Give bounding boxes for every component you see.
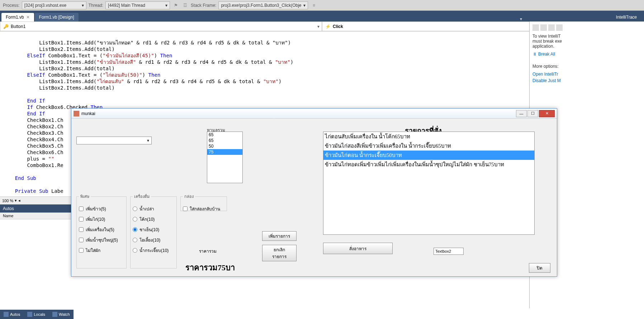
total-item[interactable]: 75 xyxy=(207,149,242,155)
special-checkbox[interactable] xyxy=(79,238,84,242)
app-titlebar[interactable]: munkai — ☐ ✕ xyxy=(71,109,557,119)
document-tab-strip: Form1.vb ✕ Form1.vb [Design] ▾ IntelliTr… xyxy=(0,11,644,22)
tab-form1-vb[interactable]: Form1.vb ✕ xyxy=(1,13,34,22)
intellitrace-toolbar xyxy=(532,24,641,31)
tool-icon[interactable] xyxy=(540,24,547,31)
drink-radio[interactable] xyxy=(133,227,137,232)
box-legend: กล่อง xyxy=(183,193,195,200)
special-checkbox[interactable] xyxy=(79,248,84,253)
bottom-tab-strip: Autos Locals Watch xyxy=(0,310,74,319)
close-icon[interactable]: ✕ xyxy=(26,15,30,20)
drink-label: โอเลี้ยง(10) xyxy=(139,237,160,243)
autos-icon xyxy=(4,312,9,317)
minimize-button[interactable]: — xyxy=(516,110,527,117)
thread-label: Thread: xyxy=(89,3,103,8)
drink-legend: เครื่องดื่ม xyxy=(133,193,151,200)
chevron-down-icon: ▾ xyxy=(317,24,319,29)
order-item[interactable]: ไก่ตอนสับเพิ่มเครื่องใน น้ำโค้ก65บาท xyxy=(323,132,534,141)
key-icon: 🔑 xyxy=(3,24,9,29)
class-dropdown[interactable]: 🔑 Button1 ▾ xyxy=(0,22,322,31)
close-button[interactable]: ✕ xyxy=(539,110,555,117)
bottom-tab-watch[interactable]: Watch xyxy=(49,310,74,318)
close-app-button[interactable]: ปิด xyxy=(529,263,550,273)
drink-label: น้ำเปล่า xyxy=(139,205,154,212)
total-item[interactable]: 65 xyxy=(207,138,242,143)
drink-label: โค้ก(10) xyxy=(139,216,155,223)
box-checkbox[interactable] xyxy=(183,206,188,211)
tab-form1-design[interactable]: Form1.vb [Design] xyxy=(35,13,79,22)
app-icon xyxy=(74,111,79,116)
tool-icon[interactable] xyxy=(556,24,563,31)
special-group: พิเศษ เพิ่มข้าว(5)เพิ่มไก่(10)เพิ่มเครื่… xyxy=(76,193,127,268)
textbox2[interactable] xyxy=(434,248,464,255)
chevron-down-icon[interactable]: ▾ xyxy=(15,198,17,203)
drink-radio[interactable] xyxy=(133,206,137,211)
add-item-button[interactable]: เพิ่มรายการ xyxy=(262,231,297,241)
drink-radio[interactable] xyxy=(133,248,137,253)
open-intellitrace-link[interactable]: Open IntelliTr xyxy=(532,72,641,77)
box-option-label: ใส่กล่องกลับบ้าน xyxy=(190,205,220,212)
orders-listbox[interactable]: ไก่ตอนสับเพิ่มเครื่องใน น้ำโค้ก65บาทข้าว… xyxy=(323,132,535,235)
break-all-link[interactable]: ⏸Break All xyxy=(532,52,641,57)
drink-radio[interactable] xyxy=(133,217,137,222)
order-item[interactable]: ข้าวมันไก่ตอน น้ำกระเจี๊ยบ50บาท xyxy=(323,151,534,160)
debug-toolbar: Process: [324] proj3.vshost.exe▾ Thread:… xyxy=(0,0,644,11)
special-label: ไม่ใส่ผัก xyxy=(86,247,100,254)
order-item[interactable]: ข้าวมันไก่สองสีเพิ่มข้าวเพิ่มเครื่องใน น… xyxy=(323,141,534,151)
total-item[interactable]: 65 xyxy=(207,132,242,138)
bottom-tab-autos[interactable]: Autos xyxy=(0,310,24,318)
price-label: ราคารวม xyxy=(199,248,217,254)
special-checkbox[interactable] xyxy=(79,217,84,222)
process-combo[interactable]: [324] proj3.vshost.exe▾ xyxy=(22,1,86,9)
box-group: กล่อง ใส่กล่องกลับบ้าน xyxy=(180,193,227,211)
app-title: munkai xyxy=(81,111,515,116)
total-item[interactable]: 50 xyxy=(207,143,242,149)
chevron-down-icon: ▾ xyxy=(145,138,151,143)
totals-listbox[interactable]: 65655075 xyxy=(207,132,243,183)
zoom-level[interactable]: 100 % xyxy=(2,199,13,203)
stack-label: Stack Frame: xyxy=(191,3,216,8)
order-button[interactable]: สั่งอาหาร xyxy=(323,243,393,254)
stack-nav-icon[interactable]: ≡ xyxy=(310,2,317,9)
menu-combobox[interactable]: ▾ xyxy=(76,137,152,144)
tool-icon[interactable] xyxy=(532,24,539,31)
scroll-left-icon[interactable]: ◂ xyxy=(18,198,20,203)
drink-label: ชาเย็น(10) xyxy=(139,226,159,233)
maximize-button[interactable]: ☐ xyxy=(527,110,538,117)
chevron-down-icon[interactable]: ▾ xyxy=(520,16,522,22)
thread-list-icon[interactable]: ☲ xyxy=(181,2,189,9)
running-app-window: munkai — ☐ ✕ ▾ หามลรวม 65655075 รายการที… xyxy=(71,108,557,277)
cancel-item-button[interactable]: ยกเลิกรายการ xyxy=(262,245,297,261)
bolt-icon: ⚡ xyxy=(325,24,331,29)
stackframe-combo[interactable]: proj3.exe!proj3.Form1.Button3_Click(Obje… xyxy=(218,1,308,9)
special-label: เพิ่มไก่(10) xyxy=(86,216,105,223)
tool-icon[interactable] xyxy=(548,24,555,31)
pause-icon: ⏸ xyxy=(532,52,537,57)
thread-combo[interactable]: [4492] Main Thread▾ xyxy=(105,1,170,9)
special-label: เพิ่มน้ำซุปใหญ่(5) xyxy=(86,237,118,243)
watch-icon xyxy=(52,312,57,317)
special-legend: พิเศษ xyxy=(79,193,91,200)
bottom-tab-locals[interactable]: Locals xyxy=(24,310,49,318)
intellitrace-tab[interactable]: IntelliTrace xyxy=(612,13,640,22)
process-label: Process: xyxy=(3,3,20,8)
disable-just-my-code-link[interactable]: Disable Just M xyxy=(532,78,641,83)
price-value: ราคารวม75บา xyxy=(185,261,235,274)
drink-label: น้ำกระเจี๊ยบ(10) xyxy=(139,247,169,254)
more-options-label: More options: xyxy=(532,64,641,69)
intellitrace-message: To view IntelliT must break exe applicat… xyxy=(532,34,641,49)
special-label: เพิ่มข้าว(5) xyxy=(86,205,106,212)
special-label: เพิ่มเครื่องใน(5) xyxy=(86,226,114,233)
special-checkbox[interactable] xyxy=(79,227,84,232)
order-item[interactable]: ข้าวมันไก่ทอดเพิ่มข้าวเพิ่มไก่เพิ่มเครื่… xyxy=(323,160,534,169)
drink-group: เครื่องดื่ม น้ำเปล่าโค้ก(10)ชาเย็น(10)โอ… xyxy=(130,193,177,268)
locals-icon xyxy=(27,312,32,317)
drink-radio[interactable] xyxy=(133,238,137,242)
app-body: ▾ หามลรวม 65655075 รายการที่สั่ง ไก่ตอนส… xyxy=(71,119,557,276)
thread-flag-icon[interactable]: ⚑ xyxy=(172,2,179,9)
special-checkbox[interactable] xyxy=(79,206,84,211)
